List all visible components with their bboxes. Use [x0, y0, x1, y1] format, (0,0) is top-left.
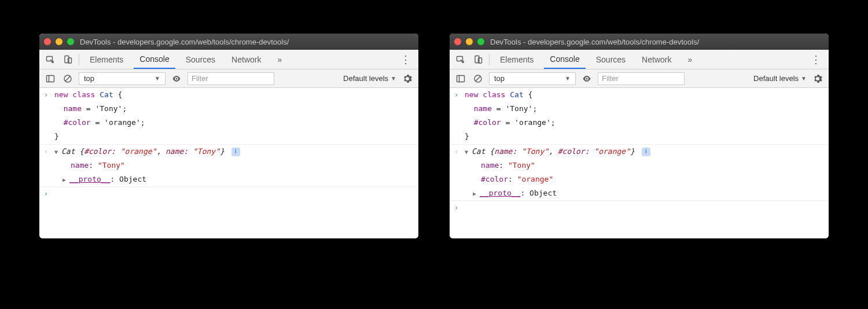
- tabs-overflow-button[interactable]: »: [271, 50, 288, 69]
- tab-bar: Elements Console Sources Network » ⋮: [39, 50, 418, 69]
- tab-bar: Elements Console Sources Network » ⋮: [450, 50, 829, 69]
- property: name: "Tony": [465, 160, 823, 171]
- console-toolbar: top ▼ Default levels ▼: [39, 69, 418, 88]
- clear-console-icon[interactable]: [472, 72, 484, 85]
- traffic-lights: [44, 38, 74, 45]
- tabs-overflow-button[interactable]: »: [682, 50, 698, 69]
- titlebar[interactable]: DevTools - developers.google.com/web/too…: [39, 34, 418, 50]
- sidebar-toggle-icon[interactable]: [44, 72, 57, 85]
- close-icon[interactable]: [454, 38, 461, 45]
- console-toolbar: top ▼ Default levels ▼: [450, 69, 829, 88]
- expand-caret-icon[interactable]: [54, 146, 61, 157]
- devtools-window-right: DevTools - developers.google.com/web/too…: [450, 34, 829, 238]
- console-output-row[interactable]: ‹ Cat {name: "Tony", #color: "orange"} i: [450, 144, 829, 159]
- console-prompt[interactable]: ›: [450, 200, 829, 215]
- svg-point-5: [176, 78, 178, 79]
- device-toggle-icon[interactable]: [61, 53, 74, 66]
- code-line: new class Cat {: [465, 89, 823, 101]
- console-input-row[interactable]: #color = 'orange';: [450, 116, 829, 130]
- info-icon[interactable]: i: [231, 148, 240, 156]
- context-label: top: [84, 74, 94, 83]
- console-input-row[interactable]: › new class Cat {: [450, 88, 829, 102]
- traffic-lights: [454, 38, 484, 45]
- tab-sources[interactable]: Sources: [590, 50, 631, 69]
- expand-caret-icon[interactable]: [473, 187, 480, 199]
- minimize-icon[interactable]: [466, 38, 473, 45]
- console-output-row[interactable]: ‹ Cat {#color: "orange", name: "Tony"} i: [39, 144, 418, 159]
- log-levels-select[interactable]: Default levels ▼: [753, 74, 807, 83]
- proto-row[interactable]: __proto__: Object: [54, 174, 413, 185]
- input-chevron-icon: ›: [44, 90, 48, 101]
- code-line: new class Cat {: [54, 89, 413, 101]
- input-chevron-icon: ›: [454, 90, 458, 101]
- object-property-row[interactable]: __proto__: Object: [450, 186, 829, 200]
- zoom-icon[interactable]: [67, 38, 74, 45]
- proto-row[interactable]: __proto__: Object: [465, 187, 823, 199]
- clear-console-icon[interactable]: [61, 72, 74, 85]
- console-output: › new class Cat { name = 'Tony'; #color …: [39, 88, 418, 238]
- devtools-window-left: DevTools - developers.google.com/web/too…: [39, 34, 418, 238]
- console-input-row[interactable]: #color = 'orange';: [39, 116, 418, 130]
- object-property-row[interactable]: name: "Tony": [39, 159, 418, 172]
- code-line: name = 'Tony';: [54, 103, 413, 115]
- more-menu-icon[interactable]: ⋮: [397, 53, 414, 66]
- tab-console[interactable]: Console: [544, 50, 585, 69]
- console-input-row[interactable]: }: [450, 130, 829, 144]
- console-input-row[interactable]: › new class Cat {: [39, 88, 418, 102]
- expand-caret-icon[interactable]: [465, 146, 472, 157]
- console-input-row[interactable]: }: [39, 130, 418, 144]
- log-levels-select[interactable]: Default levels ▼: [343, 74, 396, 83]
- object-property-row[interactable]: name: "Tony": [450, 159, 829, 172]
- tab-elements[interactable]: Elements: [494, 50, 539, 69]
- code-line: #color = 'orange';: [54, 117, 413, 128]
- window-title: DevTools - developers.google.com/web/too…: [490, 38, 699, 46]
- settings-gear-icon[interactable]: [811, 72, 824, 85]
- minimize-icon[interactable]: [56, 38, 62, 45]
- input-chevron-icon: ›: [454, 203, 458, 214]
- object-preview[interactable]: Cat {name: "Tony", #color: "orange"} i: [465, 146, 823, 157]
- execution-context-select[interactable]: top ▼: [489, 72, 576, 85]
- info-icon[interactable]: i: [642, 148, 650, 156]
- code-line: }: [465, 131, 823, 142]
- output-chevron-icon: ‹: [44, 146, 48, 157]
- console-input-row[interactable]: name = 'Tony';: [450, 102, 829, 116]
- tab-console[interactable]: Console: [134, 50, 175, 69]
- dropdown-icon: ▼: [391, 75, 396, 82]
- tab-network[interactable]: Network: [226, 50, 267, 69]
- console-input-row[interactable]: name = 'Tony';: [39, 102, 418, 116]
- sidebar-toggle-icon[interactable]: [454, 72, 467, 85]
- tab-elements[interactable]: Elements: [84, 50, 129, 69]
- filter-input[interactable]: [598, 72, 685, 85]
- console-output: › new class Cat { name = 'Tony'; #color …: [450, 88, 829, 238]
- object-preview[interactable]: Cat {#color: "orange", name: "Tony"} i: [54, 146, 413, 157]
- execution-context-select[interactable]: top ▼: [79, 72, 165, 85]
- dropdown-icon: ▼: [801, 75, 807, 82]
- tab-network[interactable]: Network: [636, 50, 677, 69]
- inspect-icon[interactable]: [44, 53, 57, 66]
- tab-sources[interactable]: Sources: [180, 50, 221, 69]
- live-expression-icon[interactable]: [580, 72, 593, 85]
- inspect-icon[interactable]: [454, 53, 467, 66]
- settings-gear-icon[interactable]: [401, 72, 414, 85]
- titlebar[interactable]: DevTools - developers.google.com/web/too…: [450, 34, 829, 50]
- expand-caret-icon[interactable]: [62, 174, 69, 185]
- property: name: "Tony": [54, 160, 413, 171]
- window-title: DevTools - developers.google.com/web/too…: [80, 38, 289, 46]
- levels-label: Default levels: [753, 74, 799, 83]
- object-property-row[interactable]: #color: "orange": [450, 172, 829, 186]
- svg-point-11: [586, 78, 588, 79]
- object-property-row[interactable]: __proto__: Object: [39, 172, 418, 186]
- svg-rect-9: [457, 75, 465, 82]
- levels-label: Default levels: [343, 74, 388, 83]
- zoom-icon[interactable]: [477, 38, 484, 45]
- code-line: name = 'Tony';: [465, 103, 823, 115]
- close-icon[interactable]: [44, 38, 51, 45]
- filter-input[interactable]: [187, 72, 274, 85]
- console-prompt[interactable]: ›: [39, 186, 418, 201]
- svg-rect-3: [47, 75, 54, 82]
- live-expression-icon[interactable]: [170, 72, 183, 85]
- input-chevron-icon: ›: [44, 189, 48, 200]
- more-menu-icon[interactable]: ⋮: [807, 53, 824, 66]
- code-line: #color = 'orange';: [465, 117, 823, 128]
- device-toggle-icon[interactable]: [472, 53, 484, 66]
